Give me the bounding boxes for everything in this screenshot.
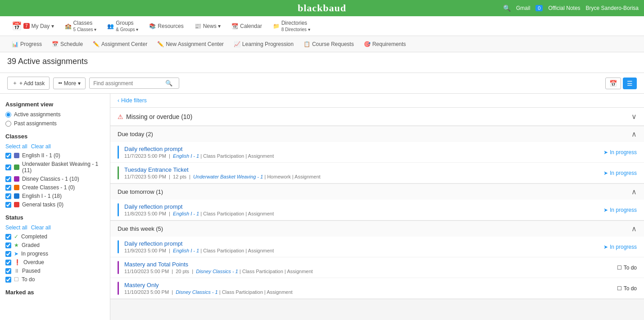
class-color-dot — [14, 193, 19, 199]
class-filter-checkbox[interactable] — [5, 153, 11, 159]
tertiary-progress-label: Progress — [20, 41, 42, 47]
calendar-view-button[interactable]: 📅 — [605, 78, 621, 89]
class-filter-item[interactable]: English I - 1 (18) — [5, 193, 104, 199]
status-filter-item[interactable]: ⏸ Paused — [5, 268, 104, 274]
past-assignments-radio-input[interactable] — [5, 121, 11, 127]
gmail-link[interactable]: Gmail — [516, 5, 530, 11]
nav-calendar[interactable]: 📆 Calendar — [227, 20, 267, 32]
nav-news[interactable]: 📰 News ▾ — [190, 20, 225, 32]
assignment-name[interactable]: Daily reflection prompt — [124, 203, 182, 210]
class-filter-checkbox[interactable] — [5, 176, 11, 182]
status-filter-checkbox[interactable] — [5, 268, 11, 274]
class-link[interactable]: Disney Classics - 1 — [196, 269, 238, 274]
class-filter-item[interactable]: Create Classes - 1 (0) — [5, 184, 104, 191]
nav-resources[interactable]: 📚 Resources — [145, 20, 188, 32]
missing-overdue-header: ⚠ Missing or overdue (10) ∨ — [110, 108, 644, 126]
class-filter-checkbox[interactable] — [5, 193, 11, 199]
class-filter-checkbox[interactable] — [5, 165, 11, 170]
due-this-week-header: Due this week (5) ∧ — [110, 221, 644, 237]
class-link[interactable]: English I - 1 — [173, 211, 199, 216]
tertiary-requirements[interactable]: 🎯 Requirements — [359, 39, 411, 49]
classes-clear-all[interactable]: Clear all — [31, 143, 51, 150]
classes-list: English II - 1 (0) Underwater Basket Wea… — [5, 152, 104, 208]
nav-classes[interactable]: 🏫 Classes5 Classes ▾ — [60, 17, 101, 35]
sidebar: Assignment view Active assignments Past … — [0, 94, 110, 320]
tertiary-learning-progression[interactable]: 📈 Learning Progression — [229, 39, 298, 49]
class-filter-item[interactable]: Underwater Basket Weaving - 1 (11) — [5, 161, 104, 174]
status-filter-checkbox[interactable] — [5, 251, 11, 257]
tertiary-new-assignment-center[interactable]: ✏️ New Assignment Center — [153, 39, 228, 49]
assignment-name[interactable]: Mastery Only — [124, 282, 159, 288]
list-view-button[interactable]: ☰ — [623, 78, 637, 89]
class-filter-checkbox[interactable] — [5, 202, 11, 208]
notes-label[interactable]: Official Notes — [548, 5, 580, 11]
status-label: In progress — [610, 244, 637, 250]
status-filter-item[interactable]: ➤ In progress — [5, 251, 104, 257]
search-box[interactable]: 🔍 — [89, 78, 179, 89]
assignment-name[interactable]: Daily reflection prompt — [124, 146, 182, 152]
status-filter-item[interactable]: ★ Graded — [5, 242, 104, 248]
class-link[interactable]: Disney Classics - 1 — [176, 289, 218, 295]
status-select-clear: Select all Clear all — [5, 224, 104, 231]
user-name[interactable]: Bryce Sandero-Borisa — [586, 5, 639, 11]
due-tomorrow-collapse-button[interactable]: ∧ — [631, 187, 637, 196]
status-select-all[interactable]: Select all — [5, 224, 27, 231]
status-filter-checkbox[interactable] — [5, 234, 11, 240]
nav-groups[interactable]: 👥 Groups& Groups ▾ — [103, 17, 143, 35]
tertiary-assignment-center[interactable]: ✏️ Assignment Center — [88, 39, 152, 49]
tertiary-course-requests[interactable]: 📋 Course Requests — [299, 39, 358, 49]
assignment-name[interactable]: Mastery and Total Points — [124, 261, 188, 268]
more-button[interactable]: •• More ▾ — [53, 78, 86, 89]
tertiary-progress[interactable]: 📊 Progress — [7, 39, 46, 49]
class-color-dot — [14, 176, 19, 182]
search-magnifier-icon[interactable]: 🔍 — [165, 80, 172, 87]
assignment-name[interactable]: Daily reflection prompt — [124, 240, 182, 247]
assignment-bar — [118, 261, 119, 274]
status-filter-checkbox[interactable] — [5, 242, 11, 248]
active-assignments-radio[interactable]: Active assignments — [5, 111, 104, 118]
status-filter-checkbox[interactable] — [5, 260, 11, 265]
hide-filters-button[interactable]: ‹ Hide filters — [118, 97, 637, 104]
status-filter-item[interactable]: ❗ Overdue — [5, 259, 104, 265]
assignment-meta: 11/10/2023 5:00 PM | Disney Classics - 1… — [124, 289, 617, 295]
classes-select-all[interactable]: Select all — [5, 143, 27, 150]
assignment-content: Mastery Only 11/10/2023 5:00 PM | Disney… — [124, 282, 617, 295]
missing-overdue-collapse-button[interactable]: ∨ — [631, 112, 637, 121]
status-clear-all[interactable]: Clear all — [31, 224, 51, 231]
class-filter-item[interactable]: Disney Classics - 1 (10) — [5, 176, 104, 182]
add-task-label: + Add task — [19, 80, 45, 87]
todo-checkbox-icon: ☐ — [617, 285, 622, 292]
nav-directories[interactable]: 📁 Directories8 Directories ▾ — [268, 17, 315, 35]
table-row: Mastery Only 11/10/2023 5:00 PM | Disney… — [110, 278, 644, 299]
past-assignments-radio[interactable]: Past assignments — [5, 120, 104, 127]
search-icon[interactable]: 🔍 — [503, 5, 511, 12]
status-filter-item[interactable]: ✓ Completed — [5, 233, 104, 240]
status-filter-icon: ❗ — [14, 259, 21, 265]
status-filter-icon: ★ — [14, 242, 19, 248]
search-input[interactable] — [93, 80, 165, 87]
assignment-name[interactable]: Tuesday Entrance Ticket — [124, 166, 189, 173]
class-filter-item[interactable]: English II - 1 (0) — [5, 152, 104, 159]
status-label: In progress — [610, 207, 637, 213]
nav-myday[interactable]: 📅 7 My Day ▾ — [7, 18, 59, 34]
due-this-week-section: Due this week (5) ∧ Daily reflection pro… — [110, 221, 644, 299]
classes-title: Classes — [5, 133, 104, 140]
class-link[interactable]: Underwater Basket Weaving - 1 — [193, 174, 263, 179]
in-progress-icon: ➤ — [603, 149, 608, 155]
plus-icon: ＋ — [12, 79, 18, 87]
due-today-collapse-button[interactable]: ∧ — [631, 130, 637, 138]
active-assignments-radio-input[interactable] — [5, 112, 11, 118]
due-this-week-collapse-button[interactable]: ∧ — [631, 224, 637, 233]
status-title: Status — [5, 214, 104, 221]
class-link[interactable]: English I - 1 — [173, 153, 199, 159]
assignment-status: ➤ In progress — [603, 203, 637, 216]
active-assignments-label: Active assignments — [14, 111, 60, 118]
class-link[interactable]: English I - 1 — [173, 248, 199, 253]
add-task-button[interactable]: ＋ + Add task — [7, 77, 50, 90]
class-filter-item[interactable]: General tasks (0) — [5, 201, 104, 208]
status-filter-checkbox[interactable] — [5, 277, 11, 283]
tertiary-schedule[interactable]: 📅 Schedule — [47, 39, 87, 49]
status-filter-item[interactable]: ☐ To do — [5, 276, 104, 283]
more-label: More — [64, 80, 76, 87]
class-filter-checkbox[interactable] — [5, 185, 11, 191]
